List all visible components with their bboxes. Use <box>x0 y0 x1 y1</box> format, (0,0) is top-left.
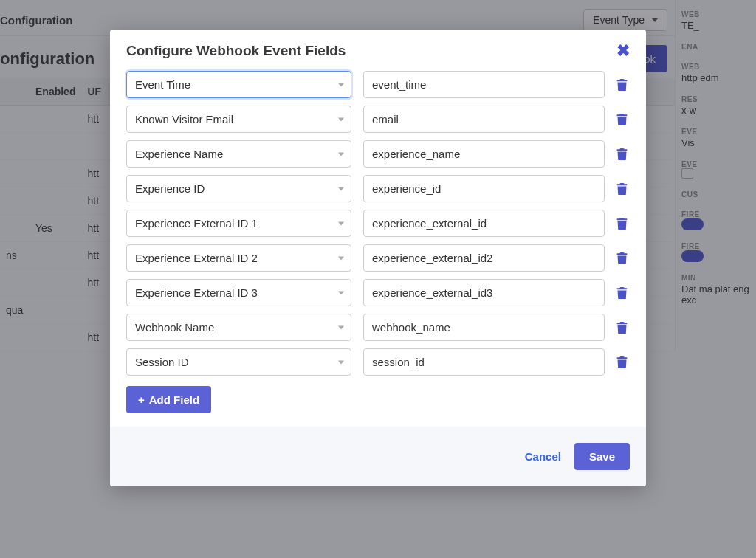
modal-footer: Cancel Save <box>110 427 646 486</box>
modal-title: Configure Webhook Event Fields <box>126 43 346 59</box>
field-select[interactable]: Experience External ID 3 <box>126 279 351 306</box>
field-select[interactable]: Experience Name <box>126 140 351 168</box>
field-row: Experience Name <box>126 140 630 168</box>
field-select-wrap: Experience External ID 3 <box>126 279 351 306</box>
fields-container: Event TimeKnown Visitor EmailExperience … <box>126 71 630 376</box>
configure-webhook-modal: Configure Webhook Event Fields ✖ Event T… <box>110 30 646 486</box>
field-row: Experience ID <box>126 175 630 202</box>
modal-overlay: Configure Webhook Event Fields ✖ Event T… <box>0 0 756 558</box>
trash-icon[interactable] <box>616 183 630 195</box>
field-select[interactable]: Experience ID <box>126 175 351 202</box>
field-select-wrap: Webhook Name <box>126 314 351 341</box>
field-select-wrap: Experience ID <box>126 175 351 202</box>
field-select-wrap: Experience Name <box>126 140 351 168</box>
modal-header: Configure Webhook Event Fields ✖ <box>110 30 646 65</box>
field-row: Experience External ID 3 <box>126 279 630 306</box>
field-select-wrap: Experience External ID 2 <box>126 244 351 272</box>
trash-icon[interactable] <box>616 322 630 334</box>
add-field-label: Add Field <box>149 393 199 406</box>
field-select-wrap: Experience External ID 1 <box>126 210 351 237</box>
field-key-input[interactable] <box>363 210 605 237</box>
field-select-wrap: Event Time <box>126 71 351 98</box>
field-row: Webhook Name <box>126 314 630 341</box>
trash-icon[interactable] <box>616 287 630 299</box>
field-key-input[interactable] <box>363 314 605 341</box>
trash-icon[interactable] <box>616 148 630 160</box>
field-select[interactable]: Event Time <box>126 71 351 98</box>
trash-icon[interactable] <box>616 218 630 230</box>
field-select[interactable]: Known Visitor Email <box>126 106 351 133</box>
field-key-input[interactable] <box>363 348 605 376</box>
field-key-input[interactable] <box>363 279 605 306</box>
field-row: Known Visitor Email <box>126 106 630 133</box>
field-select-wrap: Known Visitor Email <box>126 106 351 133</box>
field-key-input[interactable] <box>363 140 605 168</box>
field-select[interactable]: Webhook Name <box>126 314 351 341</box>
add-field-button[interactable]: + Add Field <box>126 386 211 413</box>
trash-icon[interactable] <box>616 356 630 368</box>
field-key-input[interactable] <box>363 71 605 98</box>
modal-body: Event TimeKnown Visitor EmailExperience … <box>110 65 646 427</box>
plus-icon: + <box>138 393 145 406</box>
field-key-input[interactable] <box>363 175 605 202</box>
field-row: Experience External ID 1 <box>126 210 630 237</box>
cancel-button[interactable]: Cancel <box>525 450 561 463</box>
field-key-input[interactable] <box>363 106 605 133</box>
save-button[interactable]: Save <box>574 443 630 470</box>
field-row: Experience External ID 2 <box>126 244 630 272</box>
field-row: Event Time <box>126 71 630 98</box>
field-key-input[interactable] <box>363 244 605 272</box>
trash-icon[interactable] <box>616 114 630 125</box>
field-select-wrap: Session ID <box>126 348 351 376</box>
field-select[interactable]: Experience External ID 2 <box>126 244 351 272</box>
trash-icon[interactable] <box>616 252 630 264</box>
field-row: Session ID <box>126 348 630 376</box>
field-select[interactable]: Session ID <box>126 348 351 376</box>
trash-icon[interactable] <box>616 79 630 91</box>
close-icon[interactable]: ✖ <box>616 43 630 59</box>
field-select[interactable]: Experience External ID 1 <box>126 210 351 237</box>
